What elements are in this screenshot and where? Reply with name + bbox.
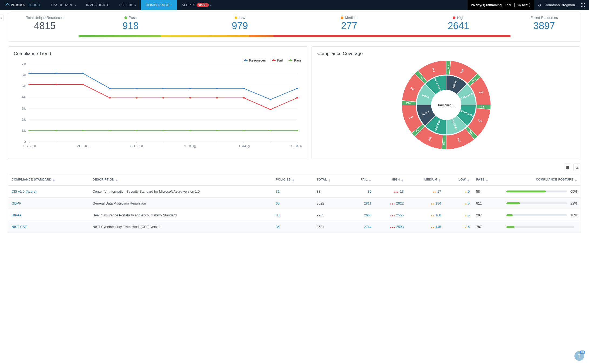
cell-policies[interactable]: 83 (273, 209, 313, 221)
table-row[interactable]: NIST CSF NIST Cybersecurity Framework (C… (8, 221, 581, 233)
cell-low[interactable]: 5 (444, 198, 473, 209)
cell-medium[interactable]: 108 (407, 209, 444, 221)
th-posture[interactable]: COMPLIANCE POSTURE▲▼ (503, 174, 581, 186)
nav-compliance[interactable]: COMPLIANCE ▾ (141, 0, 177, 10)
legend-pass-label: Pass (294, 59, 302, 62)
th-policies-label: POLICIES (276, 178, 291, 181)
svg-point-48 (269, 99, 272, 100)
columns-button[interactable] (564, 164, 571, 171)
legend-resources[interactable]: Resources (244, 59, 266, 62)
compliance-coverage-chart[interactable]: CIS v1.2.0 (AW…Pa…FailGDPRPa…FailNIST 80… (317, 56, 575, 154)
th-description[interactable]: DESCRIPTION▲▼ (89, 174, 273, 186)
cell-posture: 10% (503, 209, 581, 221)
trial-days-remaining: 26 day(s) remaining (471, 3, 502, 7)
cell-standard[interactable]: NIST CSF (8, 221, 90, 233)
svg-text:28. Jul: 28. Jul (77, 145, 90, 148)
svg-point-50 (28, 84, 31, 85)
chevron-down-icon: ▾ (210, 4, 212, 6)
summary-low-value: 979 (185, 20, 294, 32)
svg-point-67 (189, 130, 191, 131)
summary-high[interactable]: High 2641 (404, 16, 513, 32)
th-medium[interactable]: MEDIUM▲▼ (407, 174, 444, 186)
cell-policies[interactable]: 36 (273, 221, 313, 233)
cell-low[interactable]: 0 (444, 186, 473, 198)
cell-standard[interactable]: CIS v1.0 (Azure) (8, 186, 90, 198)
th-high-label: HIGH (392, 178, 400, 181)
cell-high[interactable]: 2593 (375, 221, 407, 233)
cell-fail[interactable]: 2668 (347, 209, 375, 221)
top-nav: PRISMA CLOUD DASHBOARD ▾ INVESTIGATE POL… (0, 0, 589, 10)
sort-icon: ▲▼ (116, 179, 118, 182)
summary-pass[interactable]: Pass 918 (76, 16, 185, 32)
cell-low[interactable]: 6 (444, 221, 473, 233)
svg-text:3. Aug: 3. Aug (238, 145, 250, 148)
posture-pct: 22% (570, 201, 577, 205)
table-row[interactable]: GDPR General Data Protection Regulation … (8, 198, 581, 209)
download-button[interactable] (573, 164, 581, 171)
summary-total-label: Total Unique Resources (14, 16, 76, 20)
th-pass[interactable]: PASS▲▼ (473, 174, 503, 186)
cell-medium[interactable]: 145 (407, 221, 444, 233)
cell-policies[interactable]: 60 (273, 198, 313, 209)
th-low-label: LOW (458, 178, 466, 181)
legend-fail-label: Fail (277, 59, 283, 62)
legend-resources-icon (244, 59, 248, 62)
legend-fail[interactable]: Fail (272, 59, 283, 62)
summary-low[interactable]: Low 979 (185, 16, 294, 32)
svg-text:0: 0 (23, 140, 26, 143)
legend-pass[interactable]: Pass (289, 59, 302, 62)
nav-policies[interactable]: POLICIES (114, 0, 141, 10)
high-severity-icon (394, 192, 398, 193)
nav-investigate[interactable]: INVESTIGATE (81, 0, 114, 10)
th-total[interactable]: TOTAL▲▼ (313, 174, 347, 186)
posture-bar (506, 226, 574, 228)
th-medium-label: MEDIUM (424, 178, 437, 181)
columns-icon (566, 166, 569, 169)
medium-dot-icon (341, 16, 343, 19)
compliance-trend-chart[interactable]: Resources Fail Pass 01k2k3k4k5k6k7k26. J… (14, 59, 302, 153)
cell-medium[interactable]: 17 (407, 186, 444, 198)
cell-standard[interactable]: GDPR (8, 198, 90, 209)
user-name[interactable]: Jonathan Bregman (545, 3, 577, 7)
nav-alerts[interactable]: ALERTS 9999+ ▾ (177, 0, 216, 10)
th-standard[interactable]: COMPLIANCE STANDARD▲▼ (8, 174, 90, 186)
th-fail[interactable]: FAIL▲▼ (347, 174, 375, 186)
svg-text:7k: 7k (21, 63, 26, 66)
cell-low[interactable]: 5 (444, 209, 473, 221)
svg-point-45 (189, 88, 191, 89)
th-low[interactable]: LOW▲▼ (444, 174, 473, 186)
download-icon (576, 166, 579, 169)
expand-sidebar-handle[interactable]: › (0, 15, 4, 21)
cell-medium[interactable]: 184 (407, 198, 444, 209)
cell-policies[interactable]: 31 (273, 186, 313, 198)
cell-fail[interactable]: 2744 (347, 221, 375, 233)
posture-pct: 10% (570, 213, 577, 217)
buy-now-button[interactable]: Buy Now (514, 3, 530, 7)
sort-icon: ▲▼ (467, 179, 470, 182)
th-policies[interactable]: POLICIES▲▼ (273, 174, 313, 186)
th-high[interactable]: HIGH▲▼ (375, 174, 407, 186)
svg-point-58 (243, 97, 245, 98)
brand-logo[interactable]: PRISMA CLOUD (0, 0, 46, 10)
cell-total: 3531 (313, 221, 347, 233)
summary-medium-label: Medium (345, 16, 357, 20)
nav-dashboard[interactable]: DASHBOARD ▾ (46, 0, 81, 10)
gear-icon[interactable]: ⚙ (538, 3, 541, 7)
cell-high[interactable]: 2555 (375, 209, 407, 221)
svg-point-39 (28, 73, 31, 74)
table-row[interactable]: CIS v1.0 (Azure) Center for Information … (8, 186, 581, 198)
high-dot-icon (453, 16, 455, 19)
cell-high[interactable]: 2622 (375, 198, 407, 209)
summary-medium[interactable]: Medium 277 (294, 16, 404, 32)
nav-policies-label: POLICIES (119, 3, 136, 7)
table-row[interactable]: HIPAA Health Insurance Portability and A… (8, 209, 581, 221)
cell-fail[interactable]: 2811 (347, 198, 375, 209)
cell-high[interactable]: 13 (375, 186, 407, 198)
page-content: Total Unique Resources 4815 Pass 918 Low… (0, 10, 589, 249)
summary-high-value: 2641 (404, 20, 513, 32)
apps-grid-icon[interactable] (581, 3, 585, 7)
high-severity-icon (390, 215, 395, 216)
low-severity-icon (465, 215, 466, 216)
cell-fail[interactable]: 30 (347, 186, 375, 198)
cell-standard[interactable]: HIPAA (8, 209, 90, 221)
